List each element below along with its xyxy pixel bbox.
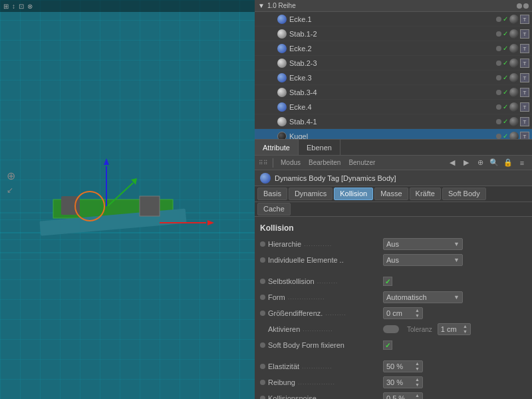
mat-icon bbox=[509, 44, 519, 53]
tree-item[interactable]: Stab.1-2 ✓ T bbox=[255, 27, 532, 41]
attr-tabs: Attribute Ebenen bbox=[255, 140, 532, 156]
kollisionsnoise-spinbox[interactable]: 0.5 % ▲ ▼ bbox=[383, 392, 423, 399]
subtab-softbody[interactable]: Soft Body bbox=[442, 188, 486, 200]
tree-item-icon bbox=[277, 59, 287, 68]
tab-ebenen[interactable]: Ebenen bbox=[299, 140, 340, 155]
prop-dot-5 bbox=[260, 311, 265, 316]
tree-item-right-icons: ✓ T bbox=[496, 117, 529, 126]
tree-item[interactable]: Stab.2-3 ✓ T bbox=[255, 56, 532, 70]
prop-selbstkollision: Selbstkollision ......... bbox=[260, 274, 527, 289]
svg-marker-13 bbox=[104, 158, 109, 165]
tree-item-label: Stab.2-3 bbox=[289, 59, 496, 67]
tree-item[interactable]: Stab.4-1 ✓ T bbox=[255, 114, 532, 129]
tree-item[interactable]: Kugel ✓ T bbox=[255, 129, 532, 140]
tree-status-dot2 bbox=[523, 3, 529, 9]
tree-item-right-icons: ✓ T bbox=[496, 29, 529, 39]
check-icon: ✓ bbox=[503, 30, 508, 37]
prop-form-label: Form ................ bbox=[260, 293, 383, 301]
prop-softbody-form-value bbox=[383, 340, 527, 350]
tag-icon-small: T bbox=[520, 102, 529, 112]
toolbar-btn-bearbeiten[interactable]: Bearbeiten bbox=[306, 158, 343, 167]
individuelle-dropdown[interactable]: Aus ▼ bbox=[383, 254, 463, 266]
tree-status-dot bbox=[517, 3, 522, 9]
subtab-dynamics[interactable]: Dynamics bbox=[289, 188, 332, 200]
prop-individuelle-value: Aus ▼ bbox=[383, 254, 527, 266]
tag-icon-small: T bbox=[520, 44, 529, 53]
subtab-cache[interactable]: Cache bbox=[257, 203, 291, 215]
svg-marker-11 bbox=[207, 220, 214, 225]
vis-dot bbox=[496, 75, 501, 80]
elastizitaet-spinbox[interactable]: 50 % ▲ ▼ bbox=[383, 360, 423, 372]
tree-item-right-icons: ✓ T bbox=[496, 44, 529, 53]
groessendifferenz-spinbox[interactable]: 0 cm ▲ ▼ bbox=[383, 307, 423, 319]
tree-item[interactable]: Ecke.4 ✓ T bbox=[255, 100, 532, 114]
tree-item[interactable]: Ecke.1 ✓ T bbox=[255, 12, 532, 27]
reibung-spinbox[interactable]: 30 % ▲ ▼ bbox=[383, 376, 423, 388]
aktivieren-toggle[interactable] bbox=[383, 325, 399, 333]
tree-item-label: Stab.1-2 bbox=[289, 30, 496, 38]
form-dropdown[interactable]: Automatisch ▼ bbox=[383, 291, 463, 303]
right-panel: ▼ 1.0 Reihe Ecke.1 ✓ T Stab.1-2 ✓ T Ecke… bbox=[255, 0, 532, 399]
tree-item-right-icons: ✓ T bbox=[496, 59, 529, 68]
section-title-kollision: Kollision bbox=[260, 223, 527, 233]
prop-dot-4 bbox=[260, 295, 265, 300]
toleranz-spinbox-arrows: ▲ ▼ bbox=[463, 324, 467, 334]
toolbar-sep-1 bbox=[273, 158, 273, 168]
svg-rect-6 bbox=[140, 196, 160, 216]
check-icon: ✓ bbox=[503, 118, 508, 125]
subtab-kraefte[interactable]: Kräfte bbox=[410, 188, 441, 200]
spinbox-arrows: ▲ ▼ bbox=[415, 308, 420, 319]
tree-item[interactable]: Ecke.3 ✓ T bbox=[255, 70, 532, 85]
tab-attribute[interactable]: Attribute bbox=[255, 140, 299, 155]
toolbar-btn-modus[interactable]: Modus bbox=[278, 158, 303, 167]
prop-groessendifferenz: Größendifferenz. ......... 0 cm ▲ ▼ bbox=[260, 306, 527, 321]
vis-dot bbox=[496, 134, 501, 139]
toolbar-menu-icon[interactable]: ≡ bbox=[516, 157, 528, 169]
scene-svg: ⊕ ↙ bbox=[0, 0, 255, 399]
tree-item-icon bbox=[277, 73, 287, 82]
subtab-kollision[interactable]: Kollision bbox=[334, 188, 373, 200]
tree-item[interactable]: Ecke.2 ✓ T bbox=[255, 41, 532, 56]
toolbar-target-icon[interactable]: ⊕ bbox=[474, 157, 486, 169]
hierarchie-dropdown[interactable]: Aus ▼ bbox=[383, 238, 463, 250]
prop-dot bbox=[260, 241, 265, 247]
tree-header-icon: ▼ bbox=[258, 2, 265, 9]
vis-dot bbox=[496, 46, 501, 51]
tag-icon-small: T bbox=[520, 29, 529, 39]
tree-item[interactable]: Stab.3-4 ✓ T bbox=[255, 85, 532, 100]
prop-dot-2 bbox=[260, 257, 265, 263]
toolbar-right-arrow[interactable]: ▶ bbox=[460, 157, 472, 169]
prop-aktivieren-label: Aktivieren ............. bbox=[260, 325, 383, 333]
vis-dot bbox=[496, 104, 501, 110]
selbstkollision-checkbox[interactable] bbox=[383, 277, 392, 286]
check-icon: ✓ bbox=[503, 88, 508, 96]
vis-dot bbox=[496, 31, 501, 37]
toolbar-left-arrow[interactable]: ◀ bbox=[446, 157, 458, 169]
check-icon: ✓ bbox=[503, 74, 508, 81]
svg-text:↙: ↙ bbox=[7, 186, 13, 195]
attr-toolbar: ⠿⠿ Modus Bearbeiten Benutzer ◀ ▶ ⊕ 🔍 🔒 ≡ bbox=[255, 156, 532, 170]
prop-selbstkollision-value bbox=[383, 277, 527, 286]
toleranz-spinbox[interactable]: 1 cm ▲ ▼ bbox=[438, 323, 471, 335]
toolbar-lock-icon[interactable]: 🔒 bbox=[502, 157, 514, 169]
mat-icon bbox=[509, 15, 519, 24]
sub-tabs-row1: Basis Dynamics Kollision Masse Kräfte So… bbox=[255, 186, 532, 202]
toolbar-search-icon[interactable]: 🔍 bbox=[488, 157, 500, 169]
prop-elastizitaet-label: Elastizität ............. bbox=[260, 362, 383, 370]
prop-dot-9 bbox=[260, 396, 265, 399]
prop-softbody-form-label: Soft Body Form fixieren bbox=[260, 341, 383, 349]
tree-item-icon bbox=[277, 15, 287, 24]
subtab-masse[interactable]: Masse bbox=[374, 188, 408, 200]
tree-items-container: Ecke.1 ✓ T Stab.1-2 ✓ T Ecke.2 ✓ T Stab.… bbox=[255, 12, 532, 140]
subtab-basis[interactable]: Basis bbox=[257, 188, 287, 200]
prop-kollisionsnoise-label: Kollisionsnoise. ........... bbox=[260, 394, 383, 399]
softbody-form-checkbox[interactable] bbox=[383, 340, 392, 350]
tree-item-icon bbox=[277, 132, 287, 140]
prop-selbstkollision-label: Selbstkollision ......... bbox=[260, 277, 383, 285]
toolbar-btn-benutzer[interactable]: Benutzer bbox=[346, 158, 378, 167]
prop-hierarchie-label: Hierarchie ............ bbox=[260, 240, 383, 248]
divider-2 bbox=[260, 354, 527, 359]
viewport-3d[interactable]: ⊞ ↕ ⊡ ⊗ ⊕ ↙ bbox=[0, 0, 255, 399]
scene-tree-header: ▼ 1.0 Reihe bbox=[255, 0, 532, 12]
svg-text:⊕: ⊕ bbox=[7, 170, 15, 182]
